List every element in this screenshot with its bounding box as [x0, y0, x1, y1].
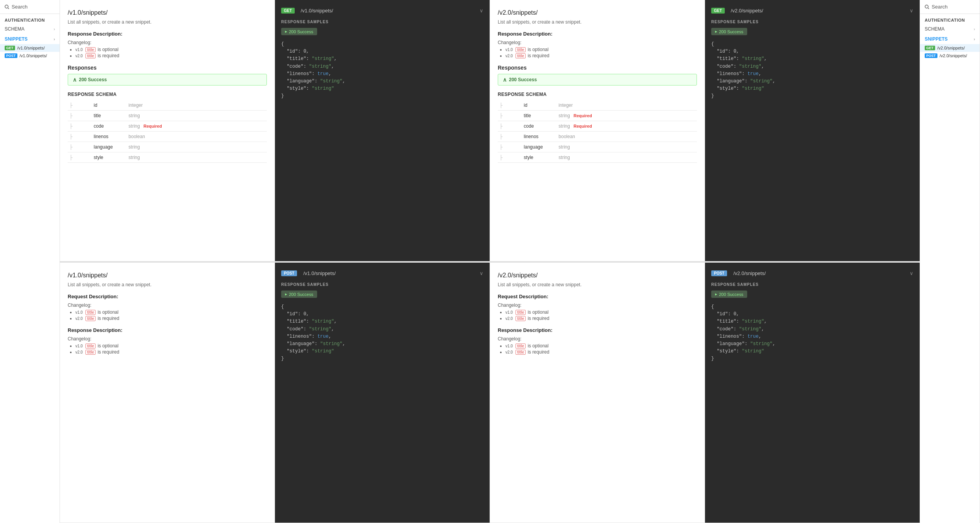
main-content: /v1.0/snippets/ List all snippets, or cr…	[60, 0, 920, 523]
sidebar-right-search[interactable]: Search	[920, 0, 980, 14]
schema-row-title: ├ title string	[68, 111, 267, 121]
note-1: is optional	[97, 47, 118, 52]
v1-post-desc: List all snippets, or create a new snipp…	[68, 282, 267, 287]
v2-post-resp-changelog-label: Changelog:	[498, 336, 697, 342]
sidebar-v2-get[interactable]: GET /v2.0/snippets/	[920, 44, 980, 52]
v2-post-panel: /v2.0/snippets/ List all snippets, or cr…	[490, 263, 705, 523]
v2-post-note-1: is optional	[528, 309, 548, 315]
v2-get-endpoint-path: /v2.0/snippets/	[731, 8, 763, 14]
v2-post-resp-note-2: is required	[528, 349, 549, 355]
sidebar-v1-get[interactable]: GET /v1.0/snippets/	[0, 44, 60, 52]
v1-get-dark-chevron[interactable]: ∨	[480, 8, 483, 14]
snippets-chevron-icon: ›	[54, 37, 55, 41]
schema-chevron-right-icon: ›	[974, 27, 975, 31]
svg-line-1	[8, 8, 9, 9]
v2-get-title: /v2.0/snippets/	[498, 9, 697, 16]
sidebar-right-auth[interactable]: AUTHENTICATION	[920, 14, 980, 24]
v1-post-resp-changelog: v1.0 title is optional v2.0 title is req…	[68, 343, 267, 355]
v2-post-dark-panel: POST /v2.0/snippets/ ∨ RESPONSE SAMPLES …	[705, 263, 920, 523]
v1-post-resp-item-1: v1.0 title is optional	[75, 343, 267, 349]
v2-get-dark-chevron[interactable]: ∨	[910, 8, 913, 14]
v2-get-desc: List all snippets, or create a new snipp…	[498, 19, 697, 25]
v2-post-note-2: is required	[528, 316, 549, 321]
v2-schema-row-id: ├ id integer	[498, 100, 697, 111]
v2-post-resp-samples-label: RESPONSE SAMPLES	[711, 282, 913, 287]
v2-post-resp-title-badge-2: title	[516, 350, 526, 355]
title-badge-1: title	[85, 47, 96, 52]
v2-post-success-badge[interactable]: 200 Success	[711, 291, 747, 298]
v1-get-responses-label: Responses	[68, 65, 267, 71]
v1-get-dark-panel: GET /v1.0/snippets/ ∨ RESPONSE SAMPLES 2…	[275, 0, 490, 262]
sidebar-left: Search AUTHENTICATION SCHEMA › SNIPPETS …	[0, 0, 60, 523]
v2-post-resp-v2-badge: v2.0	[505, 350, 513, 354]
sidebar-auth[interactable]: AUTHENTICATION	[0, 14, 60, 24]
changelog-item-2: v2.0 title is required	[75, 53, 267, 58]
v2-post-v1-badge: v1.0	[505, 310, 513, 314]
v2-schema-row-language: ├ language string	[498, 142, 697, 152]
v1-post-endpoint-path: /v1.0/snippets/	[303, 270, 336, 276]
v2-post-title-badge-2: title	[516, 316, 526, 321]
v2-get-changelog-label: Changelog:	[498, 40, 697, 45]
schema-row-code: ├ code string Required	[68, 121, 267, 132]
v2-get-200-response[interactable]: 200 Success	[498, 74, 697, 85]
sidebar-v2-post[interactable]: POST /v2.0/snippets/	[920, 52, 980, 60]
v2-post-req-changelog: v1.0 title is optional v2.0 title is req…	[498, 309, 697, 321]
v1-post-resp-item-2: v2.0 title is required	[75, 349, 267, 355]
v2-post-req-item-1: v1.0 title is optional	[505, 309, 697, 315]
v2-post-sidebar-path: /v2.0/snippets/	[940, 53, 967, 58]
v2-get-responses-label: Responses	[498, 65, 697, 71]
v1-post-title: /v1.0/snippets/	[68, 272, 267, 279]
svg-point-2	[925, 5, 928, 8]
v1-post-panel: /v1.0/snippets/ List all snippets, or cr…	[60, 263, 275, 523]
v2-title-required: Required	[574, 113, 592, 118]
snippets-chevron-right-icon: ›	[974, 37, 975, 41]
v1-post-success-badge[interactable]: 200 Success	[281, 291, 317, 298]
v2-post-title: /v2.0/snippets/	[498, 272, 697, 279]
v1-post-resp-v2-badge: v2.0	[75, 350, 83, 354]
v2-get-schema-title: RESPONSE SCHEMA	[498, 92, 697, 97]
v1-post-dark-chevron[interactable]: ∨	[480, 270, 483, 276]
v2-v1-badge: v1.0	[505, 48, 513, 52]
v1-get-200-response[interactable]: 200 Success	[68, 74, 267, 85]
sidebar-search[interactable]: Search	[0, 0, 60, 14]
sidebar-right-schema[interactable]: SCHEMA ›	[920, 24, 980, 34]
v1-post-note-1: is optional	[97, 309, 118, 315]
sidebar-right-snippets[interactable]: SNIPPETS ›	[920, 34, 980, 44]
v2-get-method-badge: GET	[711, 8, 725, 14]
schema-chevron-icon: ›	[54, 27, 55, 31]
v2-code-required: Required	[574, 124, 592, 128]
v1-post-v2-badge: v2.0	[75, 316, 83, 321]
v2-post-resp-title: Response Description:	[498, 327, 697, 333]
v1-post-resp-title: Response Description:	[68, 327, 267, 333]
sidebar-schema[interactable]: SCHEMA ›	[0, 24, 60, 34]
v1-post-resp-samples-label: RESPONSE SAMPLES	[281, 282, 483, 287]
v1-get-code-block: { "id": 0, "title": "string", "code": "s…	[281, 41, 483, 100]
search-icon-right	[925, 5, 929, 9]
v1-get-dark-header: GET /v1.0/snippets/ ∨	[281, 8, 483, 14]
v2-post-resp-title-badge-1: title	[516, 344, 526, 349]
v2-get-code-block: { "id": 0, "title": "string", "code": "s…	[711, 41, 913, 100]
v2-post-resp-item-2: v2.0 title is required	[505, 349, 697, 355]
v2-post-sidebar-badge: POST	[925, 53, 937, 58]
sidebar-right: Search AUTHENTICATION SCHEMA › SNIPPETS …	[920, 0, 980, 523]
v2-get-schema-table: ├ id integer ├ title string Required ├ c…	[498, 100, 697, 163]
search-label-right: Search	[932, 4, 948, 10]
v1-get-desc: List all snippets, or create a new snipp…	[68, 19, 267, 25]
v1-post-req-title: Request Description:	[68, 294, 267, 299]
v2-note-1: is optional	[528, 47, 548, 52]
v2-post-code-block: { "id": 0, "title": "string", "code": "s…	[711, 303, 913, 363]
v1-post-req-item-2: v2.0 title is required	[75, 316, 267, 321]
v2-get-resp-samples-label: RESPONSE SAMPLES	[711, 20, 913, 24]
v2-post-req-title: Request Description:	[498, 294, 697, 299]
v2-get-success-badge[interactable]: 200 Success	[711, 28, 747, 35]
v2-changelog-item-1: v1.0 title is optional	[505, 47, 697, 52]
sidebar-v1-post[interactable]: POST /v1.0/snippets/	[0, 52, 60, 60]
v2-title-badge-1: title	[516, 47, 526, 52]
v1-post-resp-v1-badge: v1.0	[75, 344, 83, 348]
v1-post-method-badge: POST	[281, 270, 297, 276]
v1-badge: v1.0	[75, 48, 83, 52]
v2-post-resp-item-1: v1.0 title is optional	[505, 343, 697, 349]
v1-get-success-badge[interactable]: 200 Success	[281, 28, 317, 35]
v2-post-dark-chevron[interactable]: ∨	[910, 270, 913, 276]
sidebar-snippets[interactable]: SNIPPETS ›	[0, 34, 60, 44]
